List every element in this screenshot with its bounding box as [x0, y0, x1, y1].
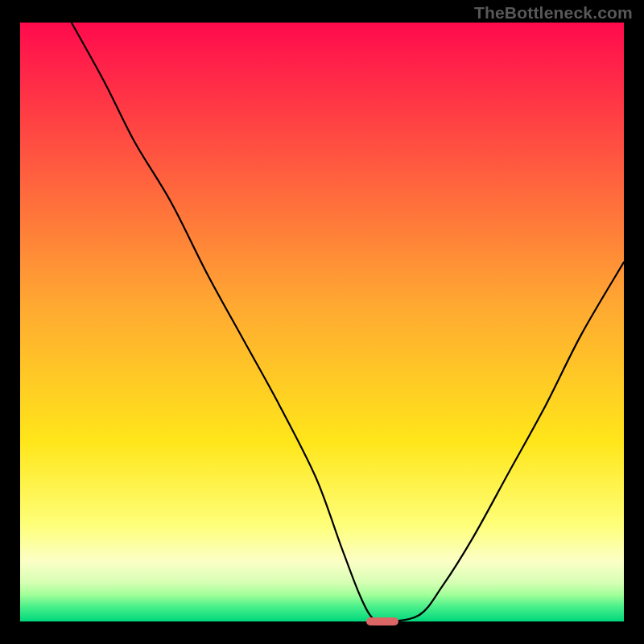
- chart-frame: TheBottleneck.com: [0, 0, 644, 644]
- watermark-text: TheBottleneck.com: [474, 3, 633, 23]
- optimal-marker: [366, 617, 399, 625]
- bottleneck-curve: [20, 23, 624, 621]
- plot-area: [20, 23, 624, 621]
